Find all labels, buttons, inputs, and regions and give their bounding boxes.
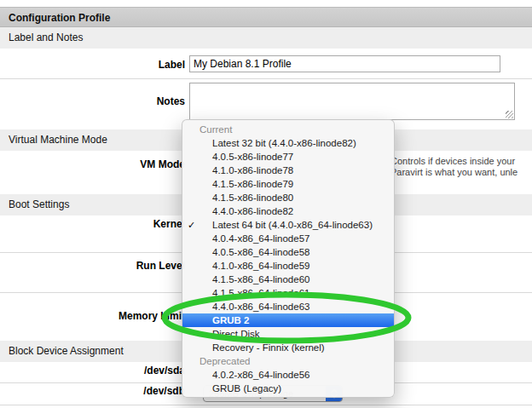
kernel-menu-item[interactable]: 4.1.5-x86_64-linode60	[182, 273, 394, 286]
kernel-menu-item[interactable]: 4.1.5-x86-linode80	[182, 191, 394, 204]
kernel-menu-item-label: 4.0.2-x86_64-linode56	[212, 370, 309, 380]
vm-mode-help-text: Controls if devices inside your Paravirt…	[390, 156, 518, 178]
kernel-label: Kernel	[0, 218, 185, 230]
label-field-label: Label	[0, 59, 185, 71]
divider	[0, 405, 532, 405]
kernel-menu-item-label: GRUB 2	[212, 315, 249, 325]
kernel-menu-item[interactable]: 4.1.0-x86_64-linode59	[182, 259, 394, 273]
kernel-menu-item-label: 4.1.0-x86_64-linode59	[212, 261, 309, 271]
kernel-menu-group-label: Deprecated	[182, 354, 394, 368]
kernel-menu-group-label: Current	[182, 123, 394, 136]
kernel-menu-item-label: 4.0.5-x86-linode77	[212, 152, 293, 162]
memory-limit-label: Memory Limit	[0, 310, 185, 322]
kernel-menu-item[interactable]: Recovery - Finnix (kernel)	[182, 341, 394, 354]
kernel-menu-item[interactable]: 4.1.5-x86-linode79	[182, 177, 394, 191]
notes-textarea[interactable]	[189, 83, 515, 120]
kernel-menu-item-label: GRUB (Legacy)	[212, 383, 281, 394]
checkmark-icon: ✓	[188, 218, 195, 232]
kernel-menu-item-label: Latest 32 bit (4.4.0-x86-linode82)	[212, 138, 356, 148]
vm-mode-help-line1: Controls if devices inside your	[390, 156, 518, 167]
kernel-menu-item[interactable]: 4.1.0-x86-linode78	[182, 164, 394, 177]
section-header-label-and-notes: Label and Notes	[0, 27, 532, 49]
dev-sda-label: /dev/sda	[0, 365, 185, 376]
dev-sdb-label: /dev/sdb	[0, 385, 185, 397]
kernel-menu-item-label: Direct Disk	[212, 329, 260, 339]
kernel-menu-item-label: 4.1.5-x86_64-linode61	[212, 288, 309, 298]
kernel-menu-item[interactable]: GRUB 2	[182, 313, 394, 327]
kernel-menu-item-label: 4.4.0-x86-linode82	[212, 206, 293, 216]
kernel-menu-item-label: 4.1.5-x86-linode79	[212, 179, 293, 189]
label-input[interactable]	[189, 55, 500, 72]
kernel-menu-item-label: 4.0.5-x86_64-linode58	[212, 247, 309, 257]
kernel-menu-item[interactable]: 4.0.2-x86_64-linode56	[182, 368, 394, 382]
kernel-menu-item-label: 4.0.4-x86_64-linode57	[212, 233, 309, 244]
kernel-menu-item-label: 4.1.0-x86-linode78	[212, 165, 293, 175]
notes-field-label: Notes	[0, 95, 185, 107]
kernel-menu-item[interactable]: 4.0.5-x86_64-linode58	[182, 245, 394, 259]
run-level-label: Run Level	[0, 260, 185, 272]
kernel-menu-item-label: 4.1.5-x86-linode80	[212, 193, 293, 203]
kernel-menu-item-label: Deprecated	[200, 356, 250, 366]
kernel-menu-item-label: 4.4.0-x86_64-linode63	[212, 302, 309, 312]
kernel-menu-item[interactable]: 4.4.0-x86-linode82	[182, 204, 394, 218]
kernel-menu-item[interactable]: 4.0.5-x86-linode77	[182, 150, 394, 164]
vm-mode-help-line2: Paravirt is what you want, unle	[390, 167, 518, 178]
resize-handle-icon[interactable]	[506, 111, 513, 118]
vm-mode-label: VM Mode	[0, 158, 185, 170]
kernel-menu-item-label: Current	[200, 124, 232, 135]
kernel-menu-item-label: Recovery - Finnix (kernel)	[212, 342, 325, 353]
kernel-menu-item[interactable]: 4.0.4-x86_64-linode57	[182, 232, 394, 245]
kernel-menu-item-label: 4.1.5-x86_64-linode60	[212, 274, 309, 284]
kernel-menu-item[interactable]: 4.1.5-x86_64-linode61	[182, 286, 394, 300]
kernel-menu-item-label: Latest 64 bit (4.4.0-x86_64-linode63)	[212, 220, 373, 230]
divider	[0, 78, 532, 79]
page-title: Configuration Profile	[0, 7, 532, 27]
kernel-menu-item[interactable]: GRUB (Legacy)	[182, 382, 394, 395]
kernel-dropdown-menu[interactable]: CurrentLatest 32 bit (4.4.0-x86-linode82…	[182, 119, 395, 398]
configuration-profile-page: Configuration Profile Label and Notes La…	[0, 0, 532, 408]
kernel-menu-item[interactable]: 4.4.0-x86_64-linode63	[182, 300, 394, 313]
kernel-menu-item[interactable]: ✓Latest 64 bit (4.4.0-x86_64-linode63)	[182, 218, 394, 232]
kernel-menu-item[interactable]: Latest 32 bit (4.4.0-x86-linode82)	[182, 136, 394, 150]
kernel-menu-item[interactable]: Direct Disk	[182, 327, 394, 341]
